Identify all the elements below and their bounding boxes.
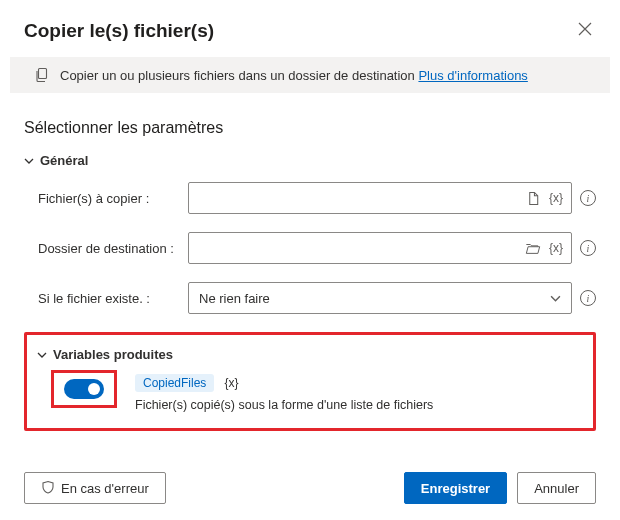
dest-folder-row: Dossier de destination : {x} i [38,232,596,264]
dialog-footer: En cas d'erreur Enregistrer Annuler [24,472,596,504]
variable-icon[interactable]: {x} [547,241,565,255]
info-banner: Copier un ou plusieurs fichiers dans un … [10,57,610,93]
variables-label: Variables produites [53,347,173,362]
section-title: Sélectionner les paramètres [24,119,596,137]
variable-description: Fichier(s) copié(s) sous la forme d'une … [135,398,583,412]
save-button[interactable]: Enregistrer [404,472,507,504]
info-icon[interactable]: i [580,240,596,256]
dialog-title: Copier le(s) fichier(s) [24,20,214,42]
toggle-highlight [51,370,117,408]
general-section-header[interactable]: Général [24,153,596,168]
general-label: Général [40,153,88,168]
info-icon[interactable]: i [580,190,596,206]
on-error-button[interactable]: En cas d'erreur [24,472,166,504]
banner-text: Copier un ou plusieurs fichiers dans un … [60,68,528,83]
copy-icon [34,67,50,83]
content-area: Sélectionner les paramètres Général Fich… [0,93,620,431]
cancel-button[interactable]: Annuler [517,472,596,504]
variable-row: CopiedFiles {x} Fichier(s) copié(s) sous… [51,370,583,412]
chevron-down-icon [37,350,47,360]
variable-details: CopiedFiles {x} Fichier(s) copié(s) sous… [135,370,583,412]
close-button[interactable] [574,18,596,43]
variable-icon[interactable]: {x} [547,191,565,205]
dialog-header: Copier le(s) fichier(s) [0,0,620,57]
folder-picker-icon[interactable] [525,241,541,256]
file-picker-icon[interactable] [526,191,541,206]
if-exists-value: Ne rien faire [199,291,270,306]
variables-highlight: Variables produites CopiedFiles {x} Fich… [24,332,596,431]
if-exists-label: Si le fichier existe. : [38,291,178,306]
if-exists-select[interactable]: Ne rien faire [188,282,572,314]
variable-chip[interactable]: CopiedFiles [135,374,214,392]
variable-toggle[interactable] [64,379,104,399]
shield-icon [41,480,55,497]
more-info-link[interactable]: Plus d'informations [418,68,527,83]
info-icon[interactable]: i [580,290,596,306]
variables-section-header[interactable]: Variables produites [37,347,583,362]
dest-folder-input[interactable]: {x} [188,232,572,264]
files-to-copy-input[interactable]: {x} [188,182,572,214]
files-to-copy-label: Fichier(s) à copier : [38,191,178,206]
if-exists-row: Si le fichier existe. : Ne rien faire i [38,282,596,314]
variable-icon: {x} [222,376,240,390]
chevron-down-icon [550,293,561,304]
on-error-label: En cas d'erreur [61,481,149,496]
files-to-copy-row: Fichier(s) à copier : {x} i [38,182,596,214]
chevron-down-icon [24,156,34,166]
svg-rect-0 [39,69,47,79]
dest-folder-label: Dossier de destination : [38,241,178,256]
